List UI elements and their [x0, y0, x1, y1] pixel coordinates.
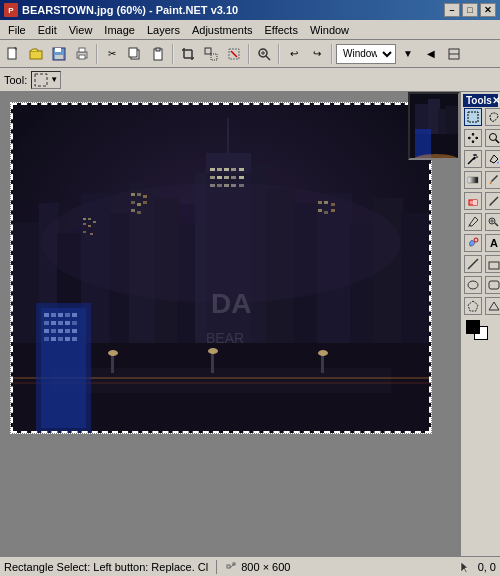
svg-rect-147 [489, 262, 499, 269]
status-right: 0, 0 [460, 561, 496, 573]
window-title: BEARSTOWN.jpg (60%) - Paint.NET v3.10 [22, 4, 238, 16]
svg-rect-1 [30, 51, 42, 59]
tool-move[interactable] [464, 129, 482, 147]
svg-point-133 [490, 134, 497, 141]
tool-paintbrush[interactable] [485, 171, 500, 189]
tool-round-rect[interactable] [485, 276, 500, 294]
tool-paint-bucket[interactable] [485, 150, 500, 168]
svg-rect-4 [55, 55, 63, 59]
canvas-image: DA BEAR [11, 103, 431, 433]
tool-color-picker[interactable] [464, 213, 482, 231]
crop-button[interactable] [177, 43, 199, 65]
deselect-button[interactable] [223, 43, 245, 65]
save-button[interactable] [48, 43, 70, 65]
svg-rect-0 [8, 48, 16, 59]
svg-point-121 [41, 183, 401, 303]
svg-line-18 [210, 53, 211, 54]
text-tool-icon: A [490, 237, 498, 249]
close-button[interactable]: ✕ [480, 3, 496, 17]
svg-rect-7 [79, 55, 85, 59]
menu-file[interactable]: File [2, 22, 32, 38]
minimize-button[interactable]: – [444, 3, 460, 17]
maximize-button[interactable]: □ [462, 3, 478, 17]
svg-line-143 [490, 197, 498, 205]
some-button-2[interactable] [443, 43, 465, 65]
tools-title: Tools [466, 95, 492, 106]
svg-marker-151 [489, 302, 499, 310]
tool-pencil[interactable] [485, 192, 500, 210]
open-button[interactable] [25, 43, 47, 65]
tool-eraser[interactable] [464, 192, 482, 210]
tool-ellipse[interactable] [464, 276, 482, 294]
menu-edit[interactable]: Edit [32, 22, 63, 38]
tool-shapes[interactable] [485, 255, 500, 273]
toolbar-sep-3 [248, 44, 250, 64]
window-dropdown-arrow[interactable]: ▼ [397, 43, 419, 65]
tool-lasso-select[interactable] [485, 108, 500, 126]
window-selector[interactable]: Window [336, 44, 396, 64]
status-left: Rectangle Select: Left button: Replace. … [4, 560, 290, 574]
tool-text[interactable]: A [485, 234, 500, 252]
cursor-icon [460, 561, 470, 573]
svg-rect-11 [156, 48, 160, 51]
resize-handle-icon [225, 561, 237, 573]
cursor-coordinates: 0, 0 [478, 561, 496, 573]
zoom-in-button[interactable] [253, 43, 275, 65]
paste-button[interactable] [147, 43, 169, 65]
canvas-area[interactable]: DA BEAR [0, 92, 460, 556]
svg-rect-132 [468, 112, 478, 122]
tool-rectangle-select[interactable] [464, 108, 482, 126]
tool-zoom[interactable] [485, 129, 500, 147]
canvas-container: DA BEAR [10, 102, 432, 434]
main-toolbar: ✂ ↩ ↪ Window ▼ ◀ [0, 40, 500, 68]
tool-line[interactable] [464, 255, 482, 273]
svg-rect-3 [55, 48, 61, 52]
svg-line-134 [496, 140, 500, 144]
new-button[interactable] [2, 43, 24, 65]
tool-dropdown-arrow: ▼ [50, 75, 58, 84]
menu-view[interactable]: View [63, 22, 99, 38]
app-icon: P [4, 3, 18, 17]
svg-marker-150 [468, 301, 478, 311]
svg-rect-149 [489, 281, 499, 289]
copy-button[interactable] [124, 43, 146, 65]
tools-close[interactable]: ✕ [492, 95, 500, 106]
menu-effects[interactable]: Effects [259, 22, 304, 38]
status-bar: Rectangle Select: Left button: Replace. … [0, 556, 500, 576]
toolbar-sep-1 [96, 44, 98, 64]
color-swatches [466, 320, 496, 346]
redo-button[interactable]: ↪ [306, 43, 328, 65]
tool-selector[interactable]: ▼ [31, 71, 61, 89]
thumbnail-svg [410, 94, 460, 160]
window-controls[interactable]: – □ ✕ [444, 3, 496, 17]
tool-recolor[interactable] [464, 234, 482, 252]
menu-image[interactable]: Image [98, 22, 141, 38]
menu-adjustments[interactable]: Adjustments [186, 22, 259, 38]
undo-button[interactable]: ↩ [283, 43, 305, 65]
menu-layers[interactable]: Layers [141, 22, 186, 38]
image-thumbnail [408, 92, 460, 160]
print-button[interactable] [71, 43, 93, 65]
tools-panel-header: Tools ✕ [463, 94, 498, 107]
tool-clone-stamp[interactable] [485, 213, 500, 231]
some-button-1[interactable]: ◀ [420, 43, 442, 65]
menu-window[interactable]: Window [304, 22, 355, 38]
svg-rect-142 [473, 200, 477, 205]
toolbar-sep-4 [278, 44, 280, 64]
svg-rect-152 [227, 565, 230, 568]
svg-line-20 [231, 51, 237, 57]
svg-line-146 [468, 259, 478, 269]
toolbar-sep-2 [172, 44, 174, 64]
tool-triangle[interactable] [485, 297, 500, 315]
cut-button[interactable]: ✂ [101, 43, 123, 65]
resize-button[interactable] [200, 43, 222, 65]
foreground-color[interactable] [466, 320, 480, 334]
tool-label: Tool: [4, 74, 27, 86]
main-area: DA BEAR Tools ✕ [0, 92, 500, 556]
tool-magic-wand[interactable] [464, 150, 482, 168]
svg-point-145 [474, 238, 478, 242]
tool-freeform-select[interactable] [464, 297, 482, 315]
status-text: Rectangle Select: Left button: Replace. … [4, 561, 208, 573]
canvas-dimensions: 800 × 600 [241, 561, 290, 573]
tool-gradient[interactable] [464, 171, 482, 189]
